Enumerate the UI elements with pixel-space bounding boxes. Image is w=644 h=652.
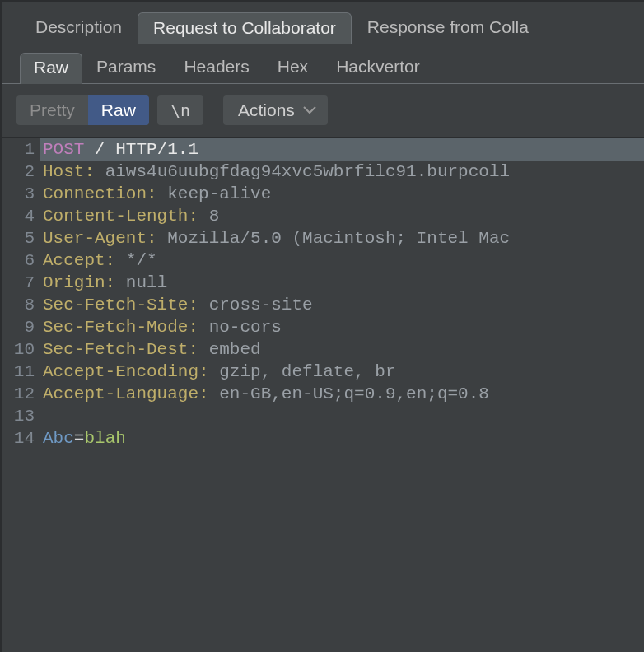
actions-menu-button[interactable]: Actions <box>223 95 328 125</box>
tab-description[interactable]: Description <box>20 12 138 44</box>
show-newlines-button[interactable]: \n <box>157 95 203 125</box>
actions-label: Actions <box>238 100 295 120</box>
tab-hex[interactable]: Hex <box>264 52 322 84</box>
outer-tabstrip: Description Request to Collaborator Resp… <box>2 12 644 44</box>
raw-button[interactable]: Raw <box>88 95 149 125</box>
tab-hackvertor[interactable]: Hackvertor <box>322 52 434 84</box>
view-mode-toggle: Pretty Raw <box>16 95 149 125</box>
raw-http-editor[interactable]: 1234567891011121314 POST / HTTP/1.1Host:… <box>2 138 644 626</box>
tab-request-to-collaborator[interactable]: Request to Collaborator <box>138 12 352 44</box>
message-view-tabstrip: Raw Params Headers Hex Hackvertor <box>2 44 644 84</box>
line-number-gutter: 1234567891011121314 <box>2 138 40 626</box>
pretty-button[interactable]: Pretty <box>16 95 88 125</box>
editor-toolbar: Pretty Raw \n Actions <box>2 84 644 138</box>
tab-headers[interactable]: Headers <box>170 52 263 84</box>
tab-raw[interactable]: Raw <box>20 53 82 84</box>
chevron-down-icon <box>303 105 316 115</box>
tab-response-from-collaborator[interactable]: Response from Colla <box>352 12 544 44</box>
tab-params[interactable]: Params <box>82 52 170 84</box>
http-message-body[interactable]: POST / HTTP/1.1Host: aiws4u6uubgfdag94xv… <box>40 138 644 626</box>
